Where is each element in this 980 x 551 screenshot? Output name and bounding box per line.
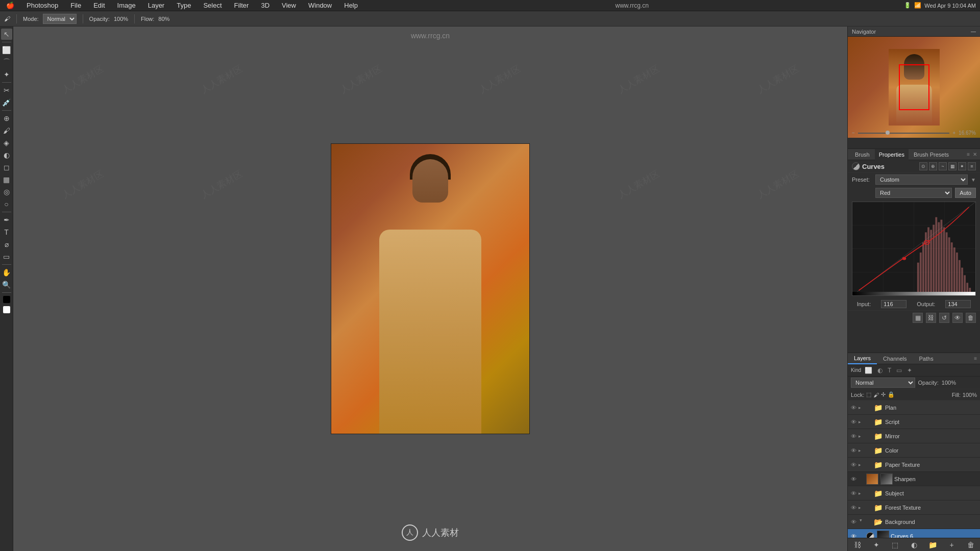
layer-item-plan[interactable]: 👁 ▸ 📁 Plan (848, 400, 980, 415)
arrow-subject[interactable]: ▸ (859, 491, 864, 496)
add-mask-btn[interactable]: ⬚ (890, 540, 900, 550)
dodge-tool[interactable]: ○ (1, 198, 12, 210)
eye-color[interactable]: 👁 (850, 447, 857, 454)
eraser-tool[interactable]: ◻ (1, 162, 12, 173)
preset-expand-icon[interactable]: ▼ (971, 177, 976, 183)
eye-sharpen[interactable]: 👁 (850, 475, 857, 483)
layer-item-color[interactable]: 👁 ▸ 📁 Color (848, 443, 980, 458)
arrow-script[interactable]: ▸ (859, 419, 864, 424)
menu-filter[interactable]: Filter (232, 2, 251, 9)
layer-item-subject[interactable]: 👁 ▸ 📁 Subject (848, 486, 980, 500)
opacity-value[interactable]: 100% (114, 16, 128, 22)
curves-btn-grid[interactable]: ▦ (913, 313, 923, 323)
arrow-paper-texture[interactable]: ▸ (859, 462, 864, 467)
curves-btn-link[interactable]: ⛓ (926, 313, 936, 323)
lock-all-icon[interactable]: 🔒 (888, 391, 895, 398)
eye-background-group[interactable]: 👁 (850, 518, 857, 525)
channel-select[interactable]: Red Green Blue RGB (875, 188, 952, 198)
lasso-tool[interactable]: ⌒ (1, 57, 12, 68)
curves-btn-reset[interactable]: ↺ (939, 313, 949, 323)
eye-plan[interactable]: 👁 (850, 404, 857, 411)
zoom-out-icon[interactable]: − (852, 130, 855, 136)
menu-file[interactable]: File (68, 2, 83, 9)
link-layers-btn[interactable]: ⛓ (852, 540, 863, 550)
add-adjustment-btn[interactable]: ◐ (909, 540, 919, 550)
eye-curves6[interactable]: 👁 (850, 533, 857, 538)
arrow-forest-texture[interactable]: ▸ (859, 505, 864, 510)
lock-paint-icon[interactable]: 🖌 (873, 392, 879, 398)
eye-subject[interactable]: 👁 (850, 490, 857, 497)
curves-tool-5[interactable]: ✦ (958, 162, 966, 170)
zoom-tool[interactable]: 🔍 (1, 279, 12, 290)
tab-brush-presets[interactable]: Brush Presets (910, 149, 953, 160)
foreground-color[interactable] (3, 296, 10, 303)
pen-tool[interactable]: ✒ (1, 214, 12, 226)
layer-item-mirror[interactable]: 👁 ▸ 📁 Mirror (848, 429, 980, 443)
menu-3d[interactable]: 3D (259, 2, 272, 9)
apple-menu[interactable]: 🍎 (4, 2, 16, 9)
layer-item-curves6[interactable]: 👁 Curves 6 (848, 529, 980, 538)
magic-wand-tool[interactable]: ✦ (1, 69, 12, 80)
layer-item-forest-texture[interactable]: 👁 ▸ 📁 Forest Texture (848, 500, 980, 515)
menu-window[interactable]: Window (306, 2, 334, 9)
arrow-mirror[interactable]: ▸ (859, 434, 864, 439)
layer-item-script[interactable]: 👁 ▸ 📁 Script (848, 415, 980, 429)
menu-layer[interactable]: Layer (146, 2, 167, 9)
curves-tool-3[interactable]: ~ (939, 162, 947, 170)
tab-layers[interactable]: Layers (848, 353, 877, 364)
kind-pixel-icon[interactable]: ⬜ (863, 367, 874, 374)
new-layer-btn[interactable]: + (947, 540, 957, 550)
tab-brush[interactable]: Brush (851, 149, 874, 160)
shape-tool[interactable]: ▭ (1, 251, 12, 262)
opacity-value[interactable]: 100% (942, 380, 956, 386)
layer-item-sharpen[interactable]: 👁 Sharpen (848, 472, 980, 486)
properties-close-icon[interactable]: ✕ (973, 152, 977, 157)
fill-value[interactable]: 100% (963, 392, 977, 398)
menu-select[interactable]: Select (201, 2, 224, 9)
delete-layer-btn[interactable]: 🗑 (966, 540, 976, 550)
menu-photoshop[interactable]: Photoshop (24, 2, 60, 9)
tab-paths[interactable]: Paths (913, 353, 940, 364)
text-tool[interactable]: T (1, 227, 12, 238)
hand-tool[interactable]: ✋ (1, 267, 12, 278)
brush-tool-icon[interactable]: 🖌 (4, 15, 10, 22)
history-tool[interactable]: ◐ (1, 149, 12, 161)
lock-transparent-icon[interactable]: ⬚ (866, 391, 871, 398)
eye-script[interactable]: 👁 (850, 418, 857, 425)
brush-tool[interactable]: 🖌 (1, 125, 12, 136)
path-tool[interactable]: ⌀ (1, 239, 12, 250)
zoom-in-icon[interactable]: + (952, 130, 955, 136)
menu-type[interactable]: Type (175, 2, 193, 9)
curves-tool-6[interactable]: ≡ (968, 162, 976, 170)
background-color[interactable] (3, 306, 10, 313)
blend-mode-select[interactable]: Normal (851, 378, 915, 388)
mode-select[interactable]: Normal (43, 14, 77, 24)
menu-image[interactable]: Image (115, 2, 138, 9)
properties-menu-icon[interactable]: ≡ (967, 152, 970, 157)
layers-menu-icon[interactable]: ≡ (971, 356, 980, 361)
menu-view[interactable]: View (280, 2, 298, 9)
gradient-tool[interactable]: ▦ (1, 174, 12, 185)
eye-paper-texture[interactable]: 👁 (850, 461, 857, 468)
curves-btn-delete[interactable]: 🗑 (966, 313, 976, 323)
add-style-btn[interactable]: ✦ (871, 540, 881, 550)
zoom-slider[interactable] (858, 133, 949, 134)
output-field[interactable] (945, 300, 971, 308)
curves-tool-2[interactable]: ⊕ (929, 162, 937, 170)
blur-tool[interactable]: ◎ (1, 186, 12, 197)
move-tool[interactable]: ↖ (1, 29, 12, 40)
lock-move-icon[interactable]: ✢ (881, 391, 886, 398)
crop-tool[interactable]: ✂ (1, 85, 12, 96)
arrow-background-group[interactable]: ▸ (859, 519, 864, 524)
curves-tool-4[interactable]: ▦ (948, 162, 957, 170)
preset-select[interactable]: Custom (875, 174, 968, 185)
kind-smart-icon[interactable]: ✦ (905, 367, 914, 374)
eyedropper-tool[interactable]: 💉 (1, 97, 12, 108)
healing-tool[interactable]: ⊕ (1, 113, 12, 124)
tab-properties[interactable]: Properties (875, 149, 909, 160)
flow-value[interactable]: 80% (158, 16, 169, 22)
marquee-tool[interactable]: ⬜ (1, 44, 12, 56)
add-group-btn[interactable]: 📁 (928, 540, 938, 550)
layer-item-paper-texture[interactable]: 👁 ▸ 📁 Paper Texture (848, 458, 980, 472)
arrow-color[interactable]: ▸ (859, 448, 864, 453)
